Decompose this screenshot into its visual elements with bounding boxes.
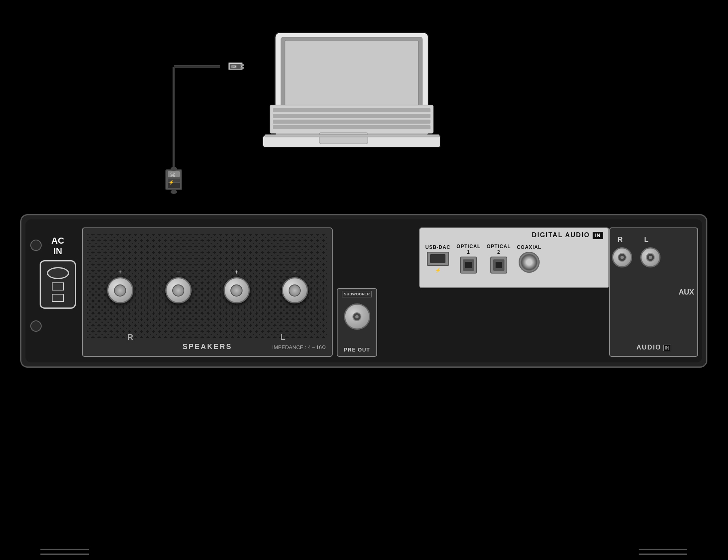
analog-audio-section: R L AUX A xyxy=(609,227,698,357)
svg-rect-5 xyxy=(273,108,430,112)
svg-text:⚡: ⚡ xyxy=(169,179,174,185)
optical-1-port-group: OPTICAL 1 xyxy=(456,244,481,274)
svg-rect-12 xyxy=(230,64,241,69)
svg-point-27 xyxy=(171,190,177,194)
optical-1-connector xyxy=(460,257,477,274)
preout-label: PRE OUT xyxy=(344,347,370,353)
ac-in-label: AC IN xyxy=(51,236,64,257)
usb-dac-connector xyxy=(427,252,449,266)
l-label: L xyxy=(638,236,654,244)
optical-2-connector xyxy=(490,257,507,274)
rca-label-row: R L xyxy=(612,236,695,244)
svg-rect-22 xyxy=(168,179,180,182)
svg-rect-20 xyxy=(166,170,182,190)
analog-audio-header: AUDIO IN xyxy=(610,344,697,351)
power-pin-top xyxy=(52,282,64,291)
digital-in-badge: IN xyxy=(593,232,603,239)
terminal-knob-lch-pos xyxy=(107,277,133,303)
power-connector xyxy=(40,260,76,309)
coaxial-connector xyxy=(519,252,540,273)
terminal-knob-rch-pos xyxy=(224,277,250,303)
usb-symbol-label: ⚡ xyxy=(435,267,441,273)
channel-l-label: L xyxy=(281,333,285,342)
svg-rect-10 xyxy=(265,135,439,137)
svg-rect-1 xyxy=(281,37,422,131)
terminal-rch-pos: + xyxy=(224,269,250,303)
svg-rect-23 xyxy=(168,183,180,188)
preout-section: SUBWOOFER PRE OUT xyxy=(337,288,377,357)
svg-text:⌨: ⌨ xyxy=(231,65,236,69)
svg-rect-21 xyxy=(168,171,180,177)
analog-r-connector xyxy=(612,247,632,267)
subwoofer-label: SUBWOOFER xyxy=(342,291,372,297)
svg-rect-15 xyxy=(241,67,244,69)
svg-rect-3 xyxy=(263,135,441,147)
svg-rect-7 xyxy=(273,120,430,124)
svg-rect-9 xyxy=(319,133,368,144)
digital-audio-header: DIGITAL AUDIO IN xyxy=(423,232,605,239)
optical-2-label-line2: 2 xyxy=(487,249,511,255)
optical-2-label-line1: OPTICAL xyxy=(487,244,511,249)
svg-point-26 xyxy=(171,167,177,171)
screw-bottom-left xyxy=(30,320,42,332)
svg-text:⌘: ⌘ xyxy=(170,172,175,178)
terminal-rch-neg: − xyxy=(282,269,308,303)
svg-rect-11 xyxy=(228,63,243,70)
optical-1-label-line2: 1 xyxy=(456,249,481,255)
svg-rect-0 xyxy=(275,32,428,137)
channel-r-label: R xyxy=(127,333,133,342)
terminal-lch-neg: − xyxy=(165,269,192,303)
usb-dac-label: USB-DAC xyxy=(425,244,450,250)
power-pin-bottom xyxy=(52,294,64,302)
coaxial-label: COAXIAL xyxy=(517,244,542,250)
digital-ports: USB-DAC ⚡ OPTICAL 1 xyxy=(423,242,605,276)
terminals-grid: + − + xyxy=(87,234,328,338)
svg-rect-14 xyxy=(241,64,244,66)
usb-dac-port-group: USB-DAC ⚡ xyxy=(425,244,450,273)
svg-rect-8 xyxy=(273,125,430,129)
speakers-section: + − + xyxy=(82,227,333,357)
optical-1-label-line1: OPTICAL xyxy=(456,244,481,249)
r-label: R xyxy=(612,236,628,244)
analog-l-connector xyxy=(640,247,660,267)
terminal-knob-lch-neg xyxy=(165,277,192,303)
amp-back-panel: AC IN + − xyxy=(20,214,707,368)
analog-in-badge: IN xyxy=(663,345,671,351)
svg-rect-2 xyxy=(285,40,418,128)
svg-rect-4 xyxy=(270,105,433,133)
optical-2-port-group: OPTICAL 2 xyxy=(487,244,511,274)
aux-label: AUX xyxy=(679,288,694,297)
terminal-knob-rch-neg xyxy=(282,277,308,303)
preout-rca-connector xyxy=(344,303,370,330)
impedance-label: IMPEDANCE : 4～16Ω xyxy=(272,344,326,351)
digital-audio-section: DIGITAL AUDIO IN USB-DAC ⚡ OPTICAL 1 xyxy=(419,227,609,288)
coaxial-port-group: COAXIAL xyxy=(517,244,542,273)
svg-rect-6 xyxy=(273,114,430,118)
terminal-lch-pos: + xyxy=(107,269,133,303)
